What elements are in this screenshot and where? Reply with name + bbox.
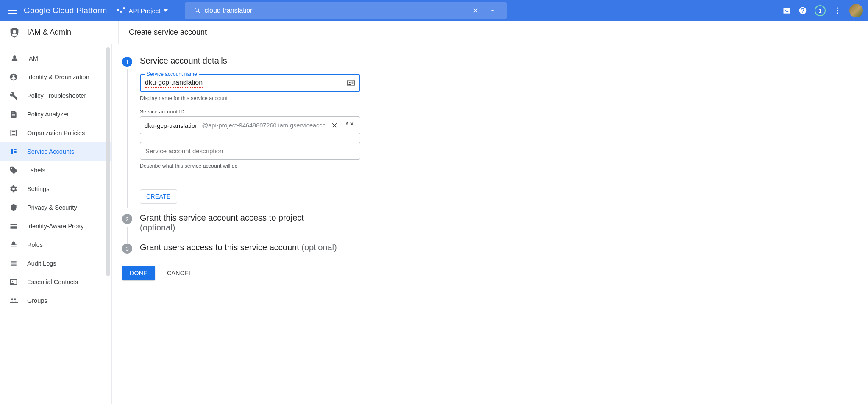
service-account-name-helper: Display name for this service account (140, 95, 360, 101)
sidebar-item-label: IAM (27, 55, 38, 62)
search-icon (193, 6, 202, 15)
sidebar-item-settings[interactable]: Settings (0, 180, 111, 198)
step-2-title: Grant this service account access to pro… (140, 213, 858, 232)
service-account-description-helper: Describe what this service account will … (140, 163, 360, 169)
bottom-actions: DONE CANCEL (122, 266, 858, 280)
chevron-down-icon (164, 9, 168, 12)
svg-point-4 (11, 298, 13, 300)
sidebar-item-audit-logs[interactable]: Audit Logs (0, 254, 111, 273)
clear-search-icon[interactable] (471, 6, 480, 15)
product-header: IAM & Admin (0, 21, 119, 44)
sidebar-item-label: Audit Logs (27, 260, 56, 267)
product-title: IAM & Admin (27, 28, 71, 37)
step-1-badge: 1 (122, 57, 132, 67)
service-account-description-input[interactable] (145, 147, 355, 155)
svg-point-1 (837, 10, 838, 11)
step-2[interactable]: 2 Grant this service account access to p… (122, 214, 858, 244)
service-account-id-label: Service account ID (140, 109, 360, 115)
sidebar-item-label: Organization Policies (27, 130, 85, 136)
gear-icon (9, 185, 18, 193)
help-icon[interactable] (798, 6, 807, 15)
sidebar-item-label: Policy Analyzer (27, 111, 69, 118)
menu-icon[interactable] (8, 6, 19, 16)
step-3-badge: 3 (122, 244, 132, 254)
service-account-name-field[interactable]: Service account name dku-gcp-translation (140, 74, 360, 92)
brand-logo[interactable]: Google Cloud Platform (24, 6, 107, 15)
wrench-icon (9, 91, 18, 100)
service-account-id-field[interactable]: dku-gcp-translation @api-project-9464880… (140, 116, 360, 134)
id-card-icon[interactable] (347, 80, 355, 86)
sidebar-item-label: Settings (27, 185, 49, 192)
sidebar-item-label: Identity-Aware Proxy (27, 223, 84, 230)
sidebar-item-policy-analyzer[interactable]: Policy Analyzer (0, 105, 111, 124)
project-picker[interactable]: API Project (117, 7, 168, 14)
sidebar-item-organization-policies[interactable]: Organization Policies (0, 124, 111, 142)
service-account-description-field[interactable] (140, 142, 360, 160)
cloud-shell-icon[interactable] (782, 6, 791, 15)
page-title: Create service account (119, 28, 207, 37)
search-input[interactable] (204, 7, 469, 14)
sidebar-item-label: Privacy & Security (27, 204, 77, 211)
sidebar: IAM Identity & Organization Policy Troub… (0, 44, 111, 404)
done-button[interactable]: DONE (122, 266, 155, 280)
service-account-description-group: Describe what this service account will … (140, 142, 360, 169)
sidebar-item-privacy-security[interactable]: Privacy & Security (0, 198, 111, 217)
sidebar-item-label: Roles (27, 241, 43, 248)
service-account-name-group: Service account name dku-gcp-translation… (140, 74, 360, 101)
create-button[interactable]: CREATE (140, 189, 177, 204)
shield-icon (9, 203, 18, 212)
sidebar-item-groups[interactable]: Groups (0, 291, 111, 310)
sidebar-item-label: Identity & Organization (27, 74, 89, 80)
groups-icon (9, 296, 18, 305)
sidebar-item-essential-contacts[interactable]: Essential Contacts (0, 273, 111, 291)
svg-point-0 (837, 8, 838, 9)
step-1: 1 Service account details Service accoun… (122, 57, 858, 208)
sidebar-item-policy-troubleshooter[interactable]: Policy Troubleshooter (0, 86, 111, 105)
cancel-button[interactable]: CANCEL (167, 270, 192, 277)
hat-icon (9, 241, 18, 249)
main-content: 1 Service account details Service accoun… (111, 44, 868, 404)
step-3-title: Grant users access to this service accou… (140, 243, 858, 252)
tag-icon (9, 166, 18, 174)
more-vert-icon[interactable] (833, 6, 842, 15)
sidebar-item-labels[interactable]: Labels (0, 161, 111, 180)
top-app-bar: Google Cloud Platform API Project 1 (0, 0, 868, 21)
step-2-badge: 2 (122, 214, 132, 224)
service-account-id-group: Service account ID dku-gcp-translation @… (140, 109, 360, 134)
user-avatar[interactable] (849, 4, 863, 17)
service-account-id-suffix: @api-project-94648807260.iam.gserviceacc… (202, 122, 325, 129)
sidebar-item-service-accounts[interactable]: Service Accounts (0, 142, 111, 161)
svg-point-2 (837, 12, 838, 14)
notifications-badge[interactable]: 1 (815, 5, 826, 16)
clear-id-icon[interactable] (328, 122, 340, 129)
step-2-optional: (optional) (140, 223, 175, 232)
sidebar-item-iap[interactable]: Identity-Aware Proxy (0, 217, 111, 235)
sidebar-item-label: Groups (27, 297, 47, 304)
search-box[interactable] (185, 2, 507, 19)
step-3[interactable]: 3 Grant users access to this service acc… (122, 244, 858, 258)
sidebar-item-roles[interactable]: Roles (0, 235, 111, 254)
sidebar-scrollbar[interactable] (105, 44, 111, 404)
refresh-id-icon[interactable] (344, 122, 356, 129)
list-alt-icon (9, 129, 18, 137)
search-dropdown-icon[interactable] (488, 6, 497, 15)
sidebar-item-identity-org[interactable]: Identity & Organization (0, 68, 111, 86)
person-add-icon (9, 54, 18, 63)
svg-point-7 (349, 82, 351, 83)
account-circle-icon (9, 73, 18, 81)
sidebar-item-label: Policy Troubleshooter (27, 92, 86, 99)
sidebar-item-iam[interactable]: IAM (0, 49, 111, 68)
project-name: API Project (128, 7, 160, 14)
policy-doc-icon (9, 110, 18, 119)
sidebar-item-label: Service Accounts (27, 148, 74, 155)
top-right-actions: 1 (782, 4, 863, 17)
step-1-title: Service account details (140, 56, 858, 66)
svg-point-3 (12, 281, 13, 282)
logs-icon (9, 259, 18, 268)
section-header: IAM & Admin Create service account (0, 21, 868, 44)
service-account-name-value: dku-gcp-translation (145, 79, 203, 88)
sidebar-item-label: Essential Contacts (27, 279, 78, 285)
svg-point-5 (14, 298, 16, 300)
service-account-icon (9, 147, 18, 156)
sidebar-item-label: Labels (27, 167, 45, 174)
